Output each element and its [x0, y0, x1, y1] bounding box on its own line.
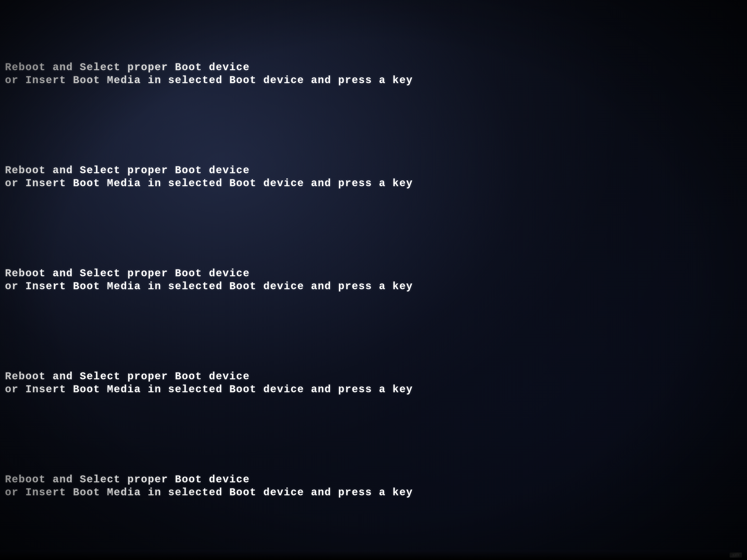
boot-line-1-3: Reboot and Select proper Boot device — [5, 268, 742, 279]
message-group-4: Reboot and Select proper Boot deviceor I… — [5, 371, 742, 396]
boot-line-2-2: or Insert Boot Media in selected Boot de… — [5, 178, 742, 189]
message-group-1: Reboot and Select proper Boot deviceor I… — [5, 61, 742, 86]
message-group-3: Reboot and Select proper Boot deviceor I… — [5, 268, 742, 292]
boot-line-1-1: Reboot and Select proper Boot device — [5, 61, 742, 74]
bezel-indicator — [729, 553, 742, 558]
indicator-dot-3 — [738, 554, 739, 556]
indicator-dot-1 — [732, 554, 734, 556]
bottom-bezel — [0, 550, 747, 560]
message-group-5: Reboot and Select proper Boot deviceor I… — [5, 474, 742, 499]
indicator-dot-2 — [735, 554, 737, 556]
message-group-2: Reboot and Select proper Boot deviceor I… — [5, 164, 742, 189]
boot-line-2-1: or Insert Boot Media in selected Boot de… — [5, 74, 742, 86]
boot-line-1-2: Reboot and Select proper Boot device — [5, 164, 742, 177]
message-content: Reboot and Select proper Boot deviceor I… — [5, 15, 742, 545]
boot-line-2-5: or Insert Boot Media in selected Boot de… — [5, 486, 742, 499]
boot-line-1-5: Reboot and Select proper Boot device — [5, 474, 742, 486]
bios-screen: Reboot and Select proper Boot deviceor I… — [0, 0, 747, 560]
boot-line-1-4: Reboot and Select proper Boot device — [5, 371, 742, 382]
boot-line-2-4: or Insert Boot Media in selected Boot de… — [5, 383, 742, 396]
boot-line-2-3: or Insert Boot Media in selected Boot de… — [5, 281, 742, 292]
